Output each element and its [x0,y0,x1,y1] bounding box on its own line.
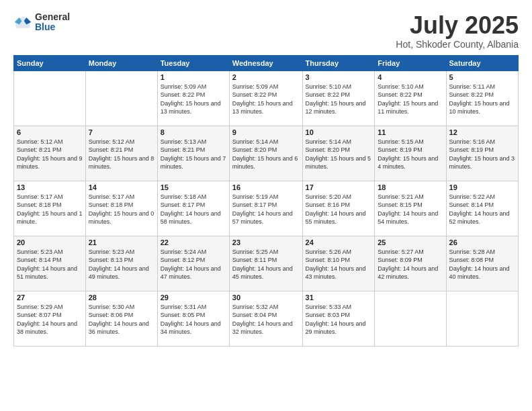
day-number: 10 [306,128,372,136]
day-info: Sunrise: 5:33 AMSunset: 8:03 PMDaylight:… [306,303,372,336]
day-info: Sunrise: 5:17 AMSunset: 8:18 PMDaylight:… [17,193,83,226]
day-info: Sunrise: 5:10 AMSunset: 8:22 PMDaylight:… [378,83,443,116]
day-info: Sunrise: 5:11 AMSunset: 8:22 PMDaylight:… [449,83,515,116]
day-info: Sunrise: 5:25 AMSunset: 8:11 PMDaylight:… [232,248,300,281]
day-number: 4 [378,73,443,81]
day-number: 20 [17,238,83,246]
logo-general: General [35,12,70,22]
day-number: 22 [161,238,226,246]
day-number: 29 [161,293,226,302]
day-info: Sunrise: 5:21 AMSunset: 8:15 PMDaylight:… [378,193,443,226]
day-number: 13 [17,183,83,191]
day-info: Sunrise: 5:12 AMSunset: 8:21 PMDaylight:… [89,138,154,171]
logo: General Blue [13,12,70,33]
day-info: Sunrise: 5:20 AMSunset: 8:16 PMDaylight:… [306,193,372,226]
day-info: Sunrise: 5:31 AMSunset: 8:05 PMDaylight:… [161,303,226,336]
day-info: Sunrise: 5:19 AMSunset: 8:17 PMDaylight:… [232,193,300,226]
header-friday: Friday [375,55,446,71]
day-number: 7 [89,128,154,136]
day-number: 30 [232,293,300,302]
day-number: 15 [161,183,226,191]
day-number: 21 [89,238,154,246]
calendar-cell: 25Sunrise: 5:27 AMSunset: 8:09 PMDayligh… [375,236,446,291]
calendar-week-5: 27Sunrise: 5:29 AMSunset: 8:07 PMDayligh… [14,291,519,346]
day-number: 9 [232,128,300,136]
calendar-cell: 23Sunrise: 5:25 AMSunset: 8:11 PMDayligh… [229,236,302,291]
calendar-cell: 13Sunrise: 5:17 AMSunset: 8:18 PMDayligh… [14,181,86,236]
day-number: 23 [232,238,300,246]
day-number: 3 [306,73,372,81]
calendar-cell: 27Sunrise: 5:29 AMSunset: 8:07 PMDayligh… [14,291,86,346]
calendar-cell: 10Sunrise: 5:14 AMSunset: 8:20 PMDayligh… [302,126,375,181]
day-info: Sunrise: 5:12 AMSunset: 8:21 PMDaylight:… [17,138,83,171]
header-wednesday: Wednesday [229,55,302,71]
day-info: Sunrise: 5:32 AMSunset: 8:04 PMDaylight:… [232,303,300,336]
calendar-cell: 24Sunrise: 5:26 AMSunset: 8:10 PMDayligh… [302,236,375,291]
calendar-cell [446,291,518,346]
calendar-cell: 8Sunrise: 5:13 AMSunset: 8:21 PMDaylight… [157,126,229,181]
day-number: 18 [378,183,443,191]
calendar-week-2: 6Sunrise: 5:12 AMSunset: 8:21 PMDaylight… [14,126,519,181]
calendar-cell: 2Sunrise: 5:09 AMSunset: 8:22 PMDaylight… [229,71,302,126]
calendar-cell: 19Sunrise: 5:22 AMSunset: 8:14 PMDayligh… [446,181,518,236]
calendar-cell: 30Sunrise: 5:32 AMSunset: 8:04 PMDayligh… [229,291,302,346]
calendar-cell [375,291,446,346]
title-block: July 2025 Hot, Shkoder County, Albania [396,12,519,50]
day-info: Sunrise: 5:30 AMSunset: 8:06 PMDaylight:… [89,303,154,336]
calendar-page: General Blue July 2025 Hot, Shkoder Coun… [0,0,532,411]
header-tuesday: Tuesday [157,55,229,71]
day-number: 11 [378,128,443,136]
calendar-cell: 22Sunrise: 5:24 AMSunset: 8:12 PMDayligh… [157,236,229,291]
calendar-body: 1Sunrise: 5:09 AMSunset: 8:22 PMDaylight… [14,71,519,346]
calendar-week-1: 1Sunrise: 5:09 AMSunset: 8:22 PMDaylight… [14,71,519,126]
day-number: 6 [17,128,83,136]
calendar-cell: 15Sunrise: 5:18 AMSunset: 8:17 PMDayligh… [157,181,229,236]
calendar-cell: 7Sunrise: 5:12 AMSunset: 8:21 PMDaylight… [85,126,157,181]
day-number: 19 [449,183,515,191]
day-info: Sunrise: 5:28 AMSunset: 8:08 PMDaylight:… [449,248,515,281]
day-number: 17 [306,183,372,191]
day-number: 27 [17,293,83,302]
calendar-cell: 6Sunrise: 5:12 AMSunset: 8:21 PMDaylight… [14,126,86,181]
day-info: Sunrise: 5:24 AMSunset: 8:12 PMDaylight:… [161,248,226,281]
day-info: Sunrise: 5:15 AMSunset: 8:19 PMDaylight:… [378,138,443,171]
day-number: 28 [89,293,154,302]
calendar-header: Sunday Monday Tuesday Wednesday Thursday… [14,55,519,71]
day-info: Sunrise: 5:22 AMSunset: 8:14 PMDaylight:… [449,193,515,226]
calendar-cell: 1Sunrise: 5:09 AMSunset: 8:22 PMDaylight… [157,71,229,126]
calendar-cell: 26Sunrise: 5:28 AMSunset: 8:08 PMDayligh… [446,236,518,291]
header-sunday: Sunday [14,55,86,71]
location-subtitle: Hot, Shkoder County, Albania [396,39,519,50]
calendar-cell: 12Sunrise: 5:16 AMSunset: 8:19 PMDayligh… [446,126,518,181]
day-number: 1 [161,73,226,81]
logo-icon [13,13,32,32]
day-number: 2 [232,73,300,81]
day-info: Sunrise: 5:10 AMSunset: 8:22 PMDaylight:… [306,83,372,116]
day-number: 5 [449,73,515,81]
calendar-cell: 20Sunrise: 5:23 AMSunset: 8:14 PMDayligh… [14,236,86,291]
calendar-cell: 14Sunrise: 5:17 AMSunset: 8:18 PMDayligh… [85,181,157,236]
header-monday: Monday [85,55,157,71]
weekday-row: Sunday Monday Tuesday Wednesday Thursday… [14,55,519,71]
calendar-cell [85,71,157,126]
calendar-cell: 4Sunrise: 5:10 AMSunset: 8:22 PMDaylight… [375,71,446,126]
day-info: Sunrise: 5:13 AMSunset: 8:21 PMDaylight:… [161,138,226,171]
header-saturday: Saturday [446,55,518,71]
calendar-cell: 5Sunrise: 5:11 AMSunset: 8:22 PMDaylight… [446,71,518,126]
day-number: 14 [89,183,154,191]
month-title: July 2025 [396,12,519,39]
calendar-cell: 17Sunrise: 5:20 AMSunset: 8:16 PMDayligh… [302,181,375,236]
calendar-week-3: 13Sunrise: 5:17 AMSunset: 8:18 PMDayligh… [14,181,519,236]
calendar-cell: 31Sunrise: 5:33 AMSunset: 8:03 PMDayligh… [302,291,375,346]
calendar-cell: 3Sunrise: 5:10 AMSunset: 8:22 PMDaylight… [302,71,375,126]
logo-text: General Blue [35,12,70,33]
page-header: General Blue July 2025 Hot, Shkoder Coun… [13,12,519,50]
day-number: 8 [161,128,226,136]
calendar-cell [14,71,86,126]
day-info: Sunrise: 5:26 AMSunset: 8:10 PMDaylight:… [306,248,372,281]
calendar-cell: 18Sunrise: 5:21 AMSunset: 8:15 PMDayligh… [375,181,446,236]
day-info: Sunrise: 5:23 AMSunset: 8:14 PMDaylight:… [17,248,83,281]
day-number: 16 [232,183,300,191]
day-info: Sunrise: 5:09 AMSunset: 8:22 PMDaylight:… [161,83,226,116]
calendar-week-4: 20Sunrise: 5:23 AMSunset: 8:14 PMDayligh… [14,236,519,291]
